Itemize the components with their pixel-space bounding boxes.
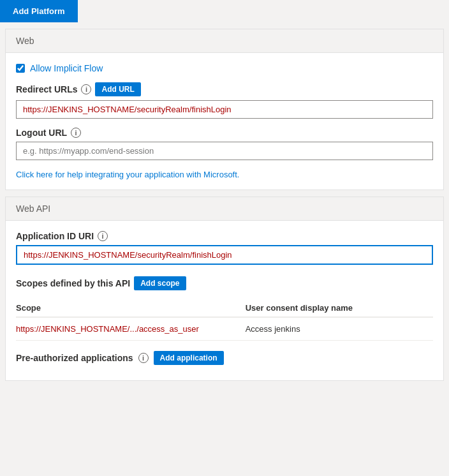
add-scope-button[interactable]: Add scope xyxy=(134,276,186,290)
scopes-table-header: Scope User consent display name xyxy=(16,298,433,318)
preauth-row: Pre-authorized applications i Add applic… xyxy=(16,351,433,370)
scope-column-header: Scope xyxy=(16,303,246,313)
logout-url-input[interactable] xyxy=(16,142,433,160)
app-id-uri-input[interactable] xyxy=(16,245,433,265)
table-row: https://JENKINS_HOSTNAME/.../access_as_u… xyxy=(16,318,433,341)
scopes-label-row: Scopes defined by this API Add scope xyxy=(16,276,433,290)
top-bar: Add Platform xyxy=(0,0,78,22)
web-section-body: Allow Implicit Flow Redirect URLs i Add … xyxy=(6,53,443,190)
app-id-uri-label: Application ID URI xyxy=(16,231,94,241)
implicit-flow-highlight: Implicit Flow xyxy=(54,63,103,73)
redirect-urls-info-icon: i xyxy=(81,84,91,94)
logout-url-label-row: Logout URL i xyxy=(16,128,433,138)
scopes-label: Scopes defined by this API xyxy=(16,278,130,288)
web-api-section-body: Application ID URI i Scopes defined by t… xyxy=(6,221,443,380)
scope-value: https://JENKINS_HOSTNAME/.../access_as_u… xyxy=(16,324,246,334)
add-url-button[interactable]: Add URL xyxy=(95,82,140,96)
web-api-section-header: Web API xyxy=(6,197,443,221)
redirect-url-input[interactable] xyxy=(16,100,433,119)
redirect-urls-label-row: Redirect URLs i Add URL xyxy=(16,82,433,96)
add-application-button[interactable]: Add application xyxy=(154,351,224,365)
implicit-flow-label: Allow Implicit Flow xyxy=(30,63,103,73)
consent-value: Access jenkins xyxy=(246,324,433,334)
app-id-uri-label-row: Application ID URI i xyxy=(16,231,433,241)
implicit-flow-checkbox[interactable] xyxy=(16,64,25,73)
logout-url-label: Logout URL xyxy=(16,128,67,138)
preauth-label: Pre-authorized applications xyxy=(16,353,133,363)
implicit-flow-row: Allow Implicit Flow xyxy=(16,63,433,73)
add-platform-button[interactable]: Add Platform xyxy=(5,3,73,20)
logout-url-info-icon: i xyxy=(71,128,81,138)
web-section: Web Allow Implicit Flow Redirect URLs i … xyxy=(5,29,444,190)
scopes-table: Scope User consent display name https://… xyxy=(16,298,433,341)
redirect-urls-label: Redirect URLs xyxy=(16,84,77,94)
help-link[interactable]: Click here for help integrating your app… xyxy=(16,170,239,179)
web-api-section: Web API Application ID URI i Scopes defi… xyxy=(5,197,444,381)
app-id-uri-info-icon: i xyxy=(98,231,108,241)
consent-column-header: User consent display name xyxy=(246,303,433,313)
preauth-info-icon: i xyxy=(138,353,149,363)
web-section-header: Web xyxy=(6,29,443,53)
